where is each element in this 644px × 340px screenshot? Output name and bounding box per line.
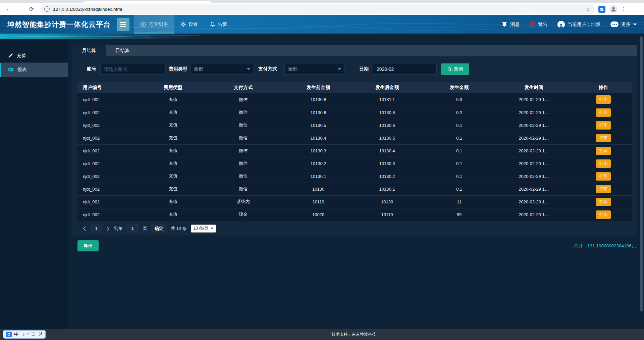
tab-label: 月结算: [82, 48, 96, 54]
chevron-down-icon: [338, 68, 341, 70]
pagination-page-button[interactable]: 1: [91, 224, 102, 233]
cell-pay-method: 微信: [198, 183, 288, 195]
col-header-time: 发生时间: [493, 82, 575, 93]
date-label: 日期: [359, 66, 369, 72]
print-button[interactable]: 打印: [596, 121, 611, 130]
extension-icon[interactable]: [598, 6, 605, 13]
main-content: 月结算 日结算 账号 费用类型 全部 支付方式 全部 日期: [68, 39, 644, 329]
print-button[interactable]: 打印: [596, 185, 611, 193]
pagination-prev-button[interactable]: [83, 226, 86, 231]
pagination-next-button[interactable]: [106, 226, 110, 231]
cell-time: 2020-02-29 1…: [493, 144, 575, 157]
query-label: 查询: [454, 66, 463, 72]
confirm-page-button[interactable]: 确定: [151, 224, 167, 233]
banner-strip: [0, 34, 644, 39]
goto-page-input[interactable]: [126, 224, 139, 233]
settlement-tabs: 月结算 日结算: [72, 45, 637, 56]
nav-item-finance[interactable]: 充值/财务: [134, 15, 174, 34]
cell-time: 2020-02-29 1…: [493, 208, 575, 221]
forward-icon[interactable]: →: [15, 4, 25, 14]
nav-item-label: 设置: [189, 21, 198, 28]
cell-amount: 0.1: [426, 132, 493, 144]
ime-keyboard-icon[interactable]: [31, 333, 36, 336]
cell-user-id: njdt_002: [77, 183, 148, 195]
fee-type-label: 费用类型: [169, 66, 187, 72]
table-row: njdt_002 充值 微信 10130.6 10130.8 0.2 2020-…: [77, 106, 632, 119]
url-bar[interactable]: i 127.0.0.1:8020/krznsdjf/index.html ☆: [40, 4, 594, 14]
page-size-select[interactable]: 10 条/页: [191, 225, 216, 233]
date-input[interactable]: [373, 64, 437, 75]
cell-before: 10119: [288, 195, 348, 208]
wave-decoration: [0, 34, 201, 39]
cell-fee-type: 充值: [148, 157, 198, 170]
print-button[interactable]: 打印: [596, 95, 611, 104]
footer: 技术支持：南京坤然科技: [0, 329, 644, 340]
print-button[interactable]: 打印: [596, 172, 611, 181]
back-icon[interactable]: ←: [4, 4, 13, 14]
ime-moon-icon[interactable]: ☽: [21, 332, 25, 337]
print-button[interactable]: 打印: [596, 134, 611, 142]
print-button[interactable]: 打印: [596, 147, 611, 155]
fee-type-value: 全部: [194, 66, 203, 72]
ime-logo-icon[interactable]: Q: [6, 332, 12, 337]
browser-active-tab[interactable]: [84, 1, 211, 3]
messages-button[interactable]: 消息: [501, 21, 520, 28]
page-info-icon[interactable]: i: [44, 6, 50, 12]
table-row: njdt_002 充值 现金 10020 10119 99 2020-02-29…: [77, 208, 632, 221]
ime-chinese-mode-icon[interactable]: 中: [14, 331, 18, 337]
nav-item-settings[interactable]: 设置: [174, 15, 204, 34]
current-user[interactable]: 当前用户：坤然: [557, 21, 600, 28]
sidebar-item-report[interactable]: 报表: [0, 63, 68, 77]
cell-fee-type: 充值: [148, 106, 198, 119]
yen-circle-icon: [140, 21, 146, 27]
browser-tab-strip: [0, 0, 644, 3]
sidebar-item-label: 充值: [17, 53, 26, 59]
cell-after: 10130.2: [348, 170, 426, 183]
table-row: njdt_002 充值 微信 10130 10130.1 0.1 2020-02…: [77, 183, 632, 195]
cell-fee-type: 充值: [148, 144, 198, 157]
print-button[interactable]: 打印: [596, 159, 611, 168]
chevron-down-icon: [211, 228, 213, 229]
browser-menu-icon[interactable]: ⋮: [621, 6, 626, 12]
print-button[interactable]: 打印: [596, 108, 611, 117]
ime-punctuation-icon[interactable]: ”: [27, 332, 29, 337]
col-header-before-amount: 发生前金额: [288, 82, 348, 93]
more-menu[interactable]: 更多: [610, 21, 637, 28]
fee-type-select[interactable]: 全部: [190, 64, 254, 75]
cell-after: 10130.4: [348, 144, 426, 157]
browser-profile-avatar[interactable]: [609, 5, 618, 13]
warning-button[interactable]: 警告: [530, 21, 547, 28]
ime-toolbox-icon[interactable]: [39, 332, 43, 337]
nav-item-alarm[interactable]: 告警: [204, 15, 233, 34]
tab-monthly-settlement[interactable]: 月结算: [72, 45, 106, 56]
cell-pay-method: 微信: [198, 119, 288, 132]
cell-pay-method: 现金: [198, 208, 288, 221]
cell-user-id: njdt_002: [77, 93, 148, 106]
pagination-bar: 1 到第 页 确定 共 10 条 10 条/页: [72, 224, 637, 233]
sidebar-item-recharge[interactable]: 充值: [0, 49, 68, 63]
print-button[interactable]: 打印: [596, 210, 611, 219]
scrollbar[interactable]: [640, 36, 643, 311]
app-header: 坤然智能集抄计费一体化云平台 充值/财务: [0, 15, 644, 34]
ime-toolbar[interactable]: Q 中 ☽ ”: [3, 330, 46, 339]
cell-fee-type: 充值: [148, 119, 198, 132]
current-user-label: 当前用户：坤然: [568, 21, 600, 28]
pay-method-select[interactable]: 全部: [284, 64, 345, 75]
table-header-row: 用户编号 费用类型 支付方式 发生前金额 发生后金额 发生金额 发生时间 操作: [77, 82, 632, 93]
export-button[interactable]: 导出: [77, 240, 99, 251]
nav-item-label: 告警: [218, 21, 227, 28]
reload-icon[interactable]: ⟳: [27, 4, 36, 14]
bookmark-star-icon[interactable]: ☆: [586, 6, 590, 12]
sidebar-toggle-button[interactable]: [117, 18, 129, 31]
table-row: njdt_002 充值 微信 10130.8 10131.1 0.3 2020-…: [77, 93, 632, 106]
query-button[interactable]: 查询: [441, 63, 469, 75]
person-icon: [558, 23, 564, 28]
account-input[interactable]: [100, 64, 166, 75]
url-text[interactable]: 127.0.0.1:8020/krznsdjf/index.html: [53, 7, 122, 12]
cell-user-id: njdt_002: [77, 195, 148, 208]
scrollbar-thumb[interactable]: [640, 36, 643, 311]
tab-daily-settlement[interactable]: 日结算: [106, 45, 139, 56]
browser-toolbar: ← → ⟳ i 127.0.0.1:8020/krznsdjf/index.ht…: [0, 3, 644, 15]
print-button[interactable]: 打印: [596, 198, 611, 206]
cell-fee-type: 充值: [148, 195, 198, 208]
